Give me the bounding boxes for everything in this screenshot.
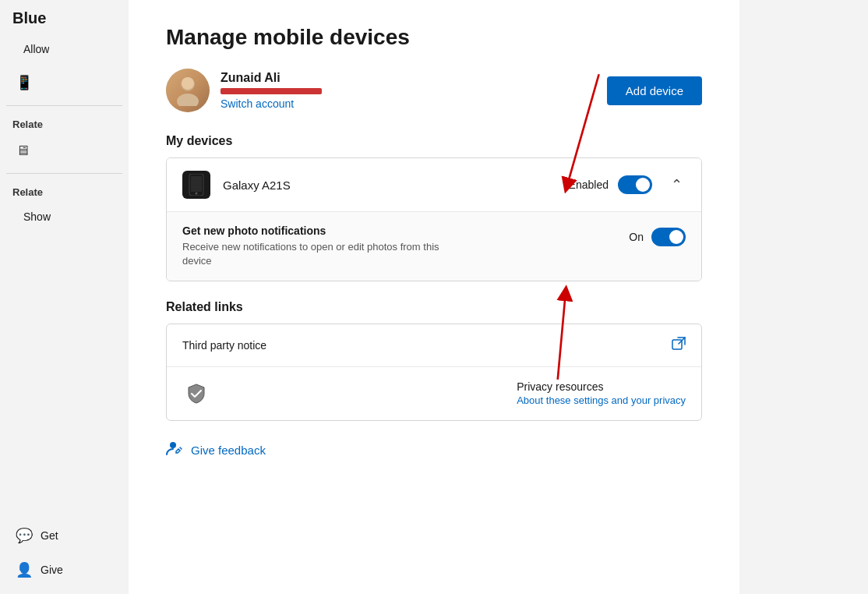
photo-toggle-thumb — [669, 230, 683, 244]
account-bar — [221, 88, 322, 94]
my-devices-title: My devices — [166, 134, 702, 148]
device-phone-icon — [182, 171, 210, 199]
device-toggle-row: Enabled ⌃ — [569, 175, 686, 194]
main-content: Manage mobile devices Zunaid Ali Switch — [129, 0, 739, 594]
right-panel — [739, 0, 868, 594]
switch-account-link[interactable]: Switch account — [221, 97, 322, 110]
privacy-shield-icon — [182, 380, 210, 408]
feedback-icon — [166, 440, 183, 461]
related-links-title: Related links — [166, 300, 702, 314]
photo-toggle-track — [651, 228, 686, 246]
get-help-icon: 💬 — [16, 527, 33, 544]
third-party-link-item[interactable]: Third party notice — [167, 324, 701, 367]
sidebar-item-show-label: Show — [23, 210, 51, 223]
svg-rect-4 — [191, 176, 202, 192]
sidebar-header: Blue — [0, 0, 129, 34]
device-toggle-thumb — [636, 178, 650, 192]
device-setting-info: Get new photo notifications Receive new … — [182, 225, 629, 268]
photo-toggle[interactable] — [651, 228, 686, 246]
sidebar-item-get[interactable]: 💬 Get — [3, 519, 125, 552]
privacy-title: Privacy resources — [517, 380, 686, 393]
svg-point-1 — [177, 94, 199, 106]
feedback-link[interactable]: Give feedback — [191, 444, 266, 457]
privacy-link[interactable]: About these settings and your privacy — [517, 394, 686, 406]
privacy-details: Privacy resources About these settings a… — [517, 380, 686, 407]
avatar-image — [166, 69, 210, 112]
add-device-button[interactable]: Add device — [607, 76, 702, 105]
device-toggle-track — [618, 175, 652, 194]
sidebar-item-allow[interactable]: Allow — [3, 35, 125, 63]
photo-toggle-label: On — [629, 231, 644, 243]
sidebar-section-related2: Relate — [0, 179, 129, 201]
sidebar-item-show[interactable]: Show — [3, 203, 125, 231]
setting-toggle-row: On — [629, 228, 686, 246]
account-info: Zunaid Ali Switch account — [166, 69, 322, 112]
device-card: Galaxy A21S Enabled ⌃ Get new photo noti… — [166, 157, 702, 281]
remote-icon: 🖥 — [16, 143, 30, 159]
sidebar-divider-1 — [6, 105, 122, 106]
sidebar-item-get-label: Get — [41, 529, 58, 542]
avatar — [166, 69, 210, 112]
device-enabled-label: Enabled — [569, 179, 609, 191]
sidebar-section-related: Relate — [0, 111, 129, 133]
device-toggle[interactable] — [618, 175, 652, 194]
mobile-icon: 📱 — [16, 74, 33, 91]
device-row: Galaxy A21S Enabled ⌃ — [167, 158, 701, 212]
account-details: Zunaid Ali Switch account — [221, 71, 322, 110]
third-party-title: Third party notice — [182, 339, 266, 352]
photo-notification-desc: Receive new notifications to open or edi… — [182, 240, 447, 268]
svg-point-2 — [182, 77, 194, 90]
device-collapse-button[interactable]: ⌃ — [668, 176, 686, 193]
external-link-icon — [672, 337, 686, 354]
svg-point-7 — [170, 442, 176, 448]
feedback-row: Give feedback — [166, 440, 702, 461]
sidebar-item-give-feedback[interactable]: 👤 Give — [3, 553, 125, 586]
sidebar-item-mobile[interactable]: 📱 — [3, 66, 125, 99]
related-links-card: Third party notice Privacy resources Abo… — [166, 324, 702, 421]
give-feedback-sidebar-icon: 👤 — [16, 561, 33, 578]
sidebar: Blue Allow 📱 Relate 🖥 Relate Show 💬 Get … — [0, 0, 129, 594]
sidebar-item-remote[interactable]: 🖥 — [3, 135, 125, 167]
device-settings-row: Get new photo notifications Receive new … — [167, 212, 701, 281]
sidebar-bottom: 💬 Get 👤 Give — [0, 518, 129, 594]
sidebar-item-allow-label: Allow — [23, 43, 49, 55]
sidebar-item-give-label: Give — [41, 564, 63, 576]
photo-notification-title: Get new photo notifications — [182, 225, 629, 237]
svg-point-5 — [196, 193, 198, 195]
device-name: Galaxy A21S — [223, 179, 569, 192]
account-name: Zunaid Ali — [221, 71, 322, 85]
account-row: Zunaid Ali Switch account Add device — [166, 69, 702, 112]
sidebar-divider-2 — [6, 173, 122, 174]
privacy-link-item[interactable]: Privacy resources About these settings a… — [167, 367, 701, 420]
page-title: Manage mobile devices — [166, 25, 702, 50]
